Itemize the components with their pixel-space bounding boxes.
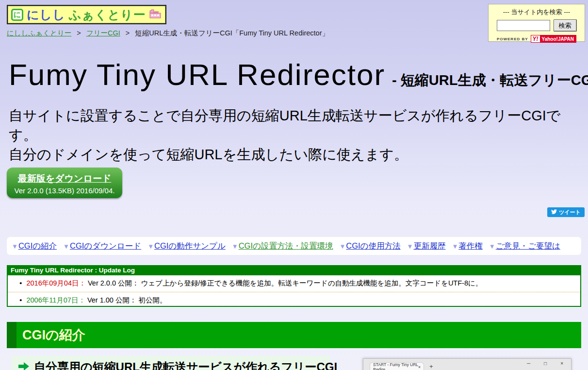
powered-by-label: POWERED BY bbox=[497, 37, 528, 41]
page-description: 自サイトに設置することで自分専用の短縮URL生成転送サービスが作れるフリーCGI… bbox=[9, 106, 588, 164]
breadcrumb-link-home[interactable]: にししふぁくとりー bbox=[7, 29, 71, 37]
triangle-down-icon: ▼ bbox=[489, 243, 495, 250]
triangle-down-icon: ▼ bbox=[147, 243, 154, 250]
update-log-date: 2006年11月07日： bbox=[26, 296, 85, 304]
nav-item-cgi-usage[interactable]: ▼CGIの使用方法 bbox=[339, 241, 400, 252]
nav-item-copyright[interactable]: ▼著作権 bbox=[452, 241, 482, 252]
search-title: --- 当サイト内を検索 --- bbox=[489, 8, 585, 17]
breadcrumb-link-free-cgi[interactable]: フリーCGI bbox=[86, 29, 120, 37]
yahoo-japan-label: Yahoo!JAPAN bbox=[540, 35, 576, 42]
page-title-main: Fumy Tiny URL Redirector bbox=[9, 58, 385, 91]
breadcrumb-separator: > bbox=[77, 29, 81, 37]
update-log-date: 2016年09月04日： bbox=[26, 279, 86, 287]
browser-tab: START - Fumy Tiny URL Redire... × bbox=[370, 362, 424, 370]
twitter-bird-icon bbox=[551, 209, 557, 216]
triangle-down-icon: ▼ bbox=[452, 243, 458, 250]
factory-icon bbox=[149, 9, 161, 20]
section-header-stripe bbox=[7, 322, 16, 348]
update-log-entry: ●2006年11月07日： Ver 1.00 公開： 初公開。 bbox=[8, 292, 580, 309]
close-icon: × bbox=[560, 361, 563, 366]
update-log-text: Ver 2.0.0 公開： ウェブ上から登録/修正できる機能を追加。転送キーワー… bbox=[86, 279, 482, 287]
logo-text-blue: にしし bbox=[27, 7, 65, 23]
page-nav-bar: ▼CGIの紹介 ▼CGIのダウンロード ▼CGIの動作サンプル ▼CGIの設置方… bbox=[7, 237, 581, 255]
download-button[interactable]: 最新版をダウンロード Ver 2.0.0 (13.5KB) 2016/09/04… bbox=[7, 168, 122, 198]
feature-headline-text: 自分専用の短縮URL生成転送サービスが作れるフリーCGI bbox=[34, 359, 337, 370]
feature-headline: 自分専用の短縮URL生成転送サービスが作れるフリーCGI bbox=[12, 356, 330, 370]
search-input[interactable] bbox=[497, 20, 550, 31]
nav-item-cgi-sample[interactable]: ▼CGIの動作サンプル bbox=[147, 241, 226, 252]
download-button-label: 最新版をダウンロード bbox=[7, 172, 122, 185]
site-search-box: --- 当サイト内を検索 --- 検索 POWERED BY Y! Yahoo!… bbox=[488, 4, 585, 42]
bullet-icon: ● bbox=[19, 298, 22, 303]
search-button[interactable]: 検索 bbox=[554, 19, 577, 32]
yahoo-y-icon: Y! bbox=[531, 35, 540, 42]
triangle-down-icon: ▼ bbox=[232, 243, 238, 250]
page-title: Fumy Tiny URL Redirector- 短縮URL生成・転送フリーC… bbox=[9, 57, 588, 92]
logo-ni-icon: に bbox=[11, 9, 23, 21]
triangle-down-icon: ▼ bbox=[12, 243, 18, 250]
triangle-down-icon: ▼ bbox=[339, 243, 345, 250]
nav-item-update-history[interactable]: ▼更新履歴 bbox=[407, 241, 446, 252]
section-header-title: CGIの紹介 bbox=[22, 326, 85, 344]
minimize-icon: ─ bbox=[527, 361, 530, 366]
update-log-header: Fumy Tiny URL Redirector : Update Log bbox=[7, 265, 581, 275]
update-log-text: Ver 1.00 公開： 初公開。 bbox=[85, 296, 167, 304]
site-logo[interactable]: に にししふぁくとりー bbox=[7, 5, 166, 24]
nav-item-feedback[interactable]: ▼ご意見・ご要望は bbox=[489, 241, 560, 252]
breadcrumb-current-page: 短縮URL生成・転送フリーCGI「Fumy Tiny URL Redirecto… bbox=[135, 29, 329, 37]
triangle-down-icon: ▼ bbox=[407, 243, 413, 250]
window-controls: ─ □ × bbox=[527, 361, 563, 366]
maximize-icon: □ bbox=[544, 361, 547, 366]
triangle-down-icon: ▼ bbox=[63, 243, 69, 250]
nav-item-cgi-download[interactable]: ▼CGIのダウンロード bbox=[63, 241, 141, 252]
yahoo-japan-logo[interactable]: Y! Yahoo!JAPAN bbox=[531, 35, 577, 43]
new-tab-icon: + bbox=[429, 363, 433, 370]
tweet-button[interactable]: ツイート bbox=[547, 207, 585, 217]
nav-item-cgi-intro[interactable]: ▼CGIの紹介 bbox=[12, 241, 57, 252]
browser-tab-title: START - Fumy Tiny URL Redire... bbox=[373, 362, 418, 370]
arrow-right-icon bbox=[18, 362, 29, 370]
page-title-subtitle: - 短縮URL生成・転送フリーCGI - bbox=[392, 72, 588, 88]
logo-text-green: ふぁくとりー bbox=[69, 7, 146, 23]
tweet-button-label: ツイート bbox=[559, 209, 581, 216]
update-log-box: ●2016年09月04日： Ver 2.0.0 公開： ウェブ上から登録/修正で… bbox=[7, 275, 581, 307]
description-line-2: 自分のドメインを使って短縮URLを生成したい際に使えます。 bbox=[9, 145, 588, 164]
update-log-entry: ●2016年09月04日： Ver 2.0.0 公開： ウェブ上から登録/修正で… bbox=[8, 275, 580, 292]
bullet-icon: ● bbox=[19, 281, 22, 286]
description-line-1: 自サイトに設置することで自分専用の短縮URL生成転送サービスが作れるフリーCGI… bbox=[9, 106, 588, 145]
download-version-info: Ver 2.0.0 (13.5KB) 2016/09/04. bbox=[7, 186, 122, 195]
tab-close-icon: × bbox=[418, 365, 421, 370]
breadcrumb: にししふぁくとりー > フリーCGI > 短縮URL生成・転送フリーCGI「Fu… bbox=[7, 29, 329, 38]
nav-item-cgi-setup[interactable]: ▼CGIの設置方法・設置環境 bbox=[232, 241, 333, 252]
browser-screenshot: START - Fumy Tiny URL Redire... × + ─ □ … bbox=[363, 358, 572, 370]
section-header-cgi-intro: CGIの紹介 bbox=[7, 322, 581, 348]
breadcrumb-separator: > bbox=[126, 29, 130, 37]
